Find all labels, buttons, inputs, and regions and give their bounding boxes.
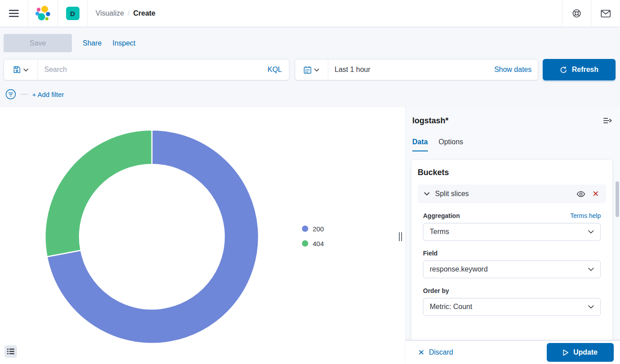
date-quick-menu-button[interactable] [295,59,328,80]
filter-bar: + Add filter [5,89,64,100]
toggle-visibility-button[interactable] [576,190,586,198]
save-query-floppy-icon [13,66,21,73]
legend-item-200[interactable]: 200 [302,223,324,234]
breadcrumb-create: Create [133,9,155,17]
refresh-icon [560,66,567,74]
notifications-button[interactable] [591,0,620,27]
chevron-down-icon [588,305,594,309]
header-right-actions [562,0,620,27]
donut-chart[interactable] [0,107,406,364]
help-button[interactable] [562,0,591,27]
discard-label: Discard [429,348,453,356]
aggregation-select[interactable]: Terms [423,223,601,241]
play-icon [563,349,569,356]
legend-dot-blue [302,226,308,232]
panel-scrollbar-thumb[interactable] [616,181,619,217]
buckets-title: Buckets [418,168,606,177]
search-control: KQL [4,59,289,80]
aggregation-value: Terms [430,228,449,236]
breadcrumb: Visualize / Create [96,9,562,17]
filter-icon[interactable] [5,89,16,100]
field-label: Field [423,250,438,257]
field-select[interactable]: response.keyword [423,260,601,278]
legend-dot-green [302,240,308,247]
hamburger-icon [9,10,19,17]
split-slices-label[interactable]: Split slices [435,190,570,198]
order-by-value: Metric: Count [430,303,472,311]
help-life-ring-icon [572,9,581,18]
saved-query-menu-button[interactable] [4,59,38,80]
aggregation-row: Aggregation Terms help Terms [418,212,606,241]
share-button[interactable]: Share [83,39,102,47]
legend-label: 200 [313,225,324,233]
chevron-down-icon[interactable] [424,192,430,196]
terms-help-link[interactable]: Terms help [570,212,601,219]
show-dates-button[interactable]: Show dates [488,66,538,74]
aggregation-label: Aggregation [423,212,460,219]
space-badge: D [66,7,80,20]
top-navigation-bar: D Visualize / Create [0,0,620,27]
filter-drop-indicator [21,94,28,95]
chart-legend: 200 404 [302,223,324,249]
space-selector[interactable]: D [58,0,87,27]
order-by-select[interactable]: Metric: Count [423,298,601,316]
chevron-down-icon [314,68,319,71]
list-icon [7,348,14,355]
update-button[interactable]: Update [547,343,614,362]
tab-options[interactable]: Options [439,138,463,151]
order-by-label: Order by [423,287,449,294]
add-filter-button[interactable]: + Add filter [32,91,64,98]
inspect-button[interactable]: Inspect [113,39,136,47]
divider [87,0,88,27]
field-row: Field response.keyword [418,250,606,278]
tab-data[interactable]: Data [412,138,428,151]
legend-toggle-button[interactable] [4,345,17,358]
field-value: response.keyword [430,265,488,273]
collapse-panel-icon [603,117,612,124]
collapse-panel-button[interactable] [602,116,613,126]
refresh-button[interactable]: Refresh [543,59,616,80]
panel-header: logstash* [406,107,620,126]
search-input[interactable] [38,66,260,74]
legend-label: 404 [313,240,324,247]
breadcrumb-visualize[interactable]: Visualize [96,9,124,17]
editor-footer: ✕ Discard Update [406,340,620,364]
donut-slice-404[interactable] [45,130,152,257]
kql-language-button[interactable]: KQL [260,66,289,74]
refresh-label: Refresh [572,66,599,74]
remove-bucket-button[interactable]: ✕ [591,189,600,199]
calendar-icon [304,66,311,74]
editor-chrome: Save Share Inspect KQL [0,27,620,107]
update-label: Update [573,348,597,356]
discard-button[interactable]: ✕ Discard [418,348,453,357]
elastic-logo-icon [35,5,50,21]
discard-x-icon: ✕ [418,348,424,357]
date-picker-control: Last 1 hour Show dates [295,59,538,80]
index-pattern-title: logstash* [412,116,448,126]
buckets-card: Buckets Split slices ✕ Aggregation Terms… [411,160,612,340]
menu-hamburger-button[interactable] [0,0,28,27]
visualization-editor-panel: logstash* Data Options Buckets Split sli… [406,107,620,364]
order-by-row: Order by Metric: Count [418,287,606,316]
elastic-logo[interactable] [28,0,58,27]
breadcrumb-separator: / [128,9,130,17]
editor-tabs: Data Options [406,126,620,151]
chevron-down-icon [23,68,29,71]
visualize-toolbar: Save Share Inspect [4,34,135,52]
save-button[interactable]: Save [4,34,72,52]
query-bar: KQL Last 1 hour Show dates [4,59,616,80]
time-range-value[interactable]: Last 1 hour [328,66,488,74]
legend-item-404[interactable]: 404 [302,238,324,249]
split-slices-accordion: Split slices ✕ [418,184,606,203]
chevron-down-icon [588,268,594,271]
panel-resize-handle[interactable] [399,232,403,241]
eye-icon [577,191,585,197]
visualization-canvas: 200 404 [0,107,406,364]
mail-icon [601,10,611,17]
chevron-down-icon [588,230,594,234]
